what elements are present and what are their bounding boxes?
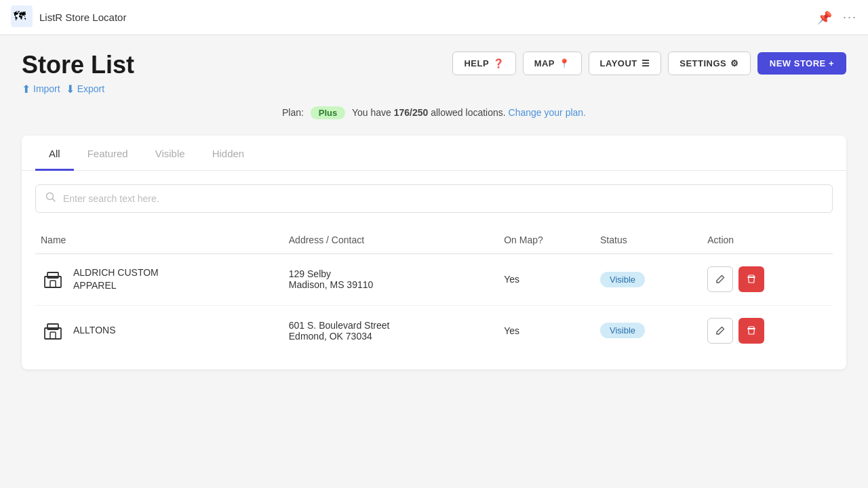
- app-title: ListR Store Locator: [39, 12, 126, 23]
- export-label: Export: [77, 83, 104, 94]
- plan-badge: Plus: [311, 106, 345, 119]
- store-status-cell: Visible: [595, 253, 702, 305]
- new-store-label: NEW STORE +: [770, 58, 834, 68]
- table-row: ALLTONS 601 S. Boulevard StreetEdmond, O…: [35, 305, 833, 356]
- more-options-icon[interactable]: ···: [843, 10, 857, 24]
- delete-icon: [747, 326, 756, 336]
- header-actions: ⬆ Import ⬇ Export: [22, 83, 134, 96]
- plan-label: Plan:: [282, 107, 304, 118]
- import-link[interactable]: ⬆ Import: [22, 83, 60, 96]
- store-list-card: All Featured Visible Hidden: [22, 136, 846, 369]
- edit-button[interactable]: [707, 318, 733, 344]
- map-icon: 📍: [559, 58, 570, 68]
- plan-bar: Plan: Plus You have 176/250 allowed loca…: [22, 106, 846, 119]
- change-plan-link[interactable]: Change your plan.: [509, 107, 586, 118]
- store-action-cell: [702, 305, 833, 356]
- main-content: Store List ⬆ Import ⬇ Export HELP ❓ MAP …: [0, 35, 868, 386]
- svg-line-3: [53, 199, 56, 201]
- action-buttons: [707, 318, 827, 344]
- search-box: [35, 184, 833, 213]
- edit-icon: [715, 274, 725, 284]
- plan-message-suffix: allowed locations.: [428, 107, 505, 118]
- tab-hidden[interactable]: Hidden: [199, 136, 258, 171]
- store-name-text: ALLTONS: [73, 324, 116, 338]
- table-body: ALDRICH CUSTOMAPPAREL 129 SelbyMadison, …: [35, 253, 833, 356]
- header-row: Store List ⬆ Import ⬇ Export HELP ❓ MAP …: [22, 52, 846, 96]
- col-on-map: On Map?: [498, 226, 595, 254]
- header-left: Store List ⬆ Import ⬇ Export: [22, 52, 134, 96]
- table-header: Name Address / Contact On Map? Status Ac…: [35, 226, 833, 254]
- svg-text:🗺: 🗺: [14, 9, 26, 23]
- col-address: Address / Contact: [283, 226, 498, 254]
- store-name-cell: ALLTONS: [35, 305, 283, 356]
- export-link[interactable]: ⬇ Export: [66, 83, 104, 96]
- edit-icon: [715, 326, 725, 336]
- search-icon: [45, 192, 56, 205]
- store-on-map-cell: Yes: [498, 253, 595, 305]
- settings-icon: ⚙: [730, 58, 739, 68]
- map-button[interactable]: MAP 📍: [523, 52, 582, 75]
- export-icon: ⬇: [66, 83, 75, 96]
- table-row: ALDRICH CUSTOMAPPAREL 129 SelbyMadison, …: [35, 253, 833, 305]
- status-badge: Visible: [600, 272, 645, 287]
- col-action: Action: [702, 226, 833, 254]
- tabs-bar: All Featured Visible Hidden: [22, 136, 846, 171]
- layout-icon: ☰: [642, 58, 650, 68]
- topbar: 🗺 ListR Store Locator 📌 ···: [0, 0, 868, 35]
- svg-rect-6: [50, 281, 56, 287]
- col-name: Name: [35, 226, 283, 254]
- plan-used: 176/250: [394, 107, 429, 118]
- tab-featured[interactable]: Featured: [74, 136, 142, 171]
- tab-visible[interactable]: Visible: [142, 136, 199, 171]
- store-address-cell: 601 S. Boulevard StreetEdmond, OK 73034: [283, 305, 498, 356]
- search-input[interactable]: [63, 193, 823, 204]
- layout-button[interactable]: LAYOUT ☰: [589, 52, 662, 75]
- tab-all[interactable]: All: [35, 136, 74, 171]
- table-container: Name Address / Contact On Map? Status Ac…: [22, 220, 846, 369]
- search-container: [22, 171, 846, 220]
- import-label: Import: [33, 83, 60, 94]
- store-name-text: ALDRICH CUSTOMAPPAREL: [73, 266, 159, 293]
- topbar-right: 📌 ···: [817, 10, 857, 25]
- store-icon: [41, 267, 65, 291]
- store-address-cell: 129 SelbyMadison, MS 39110: [283, 253, 498, 305]
- col-status: Status: [595, 226, 702, 254]
- status-badge: Visible: [600, 323, 645, 338]
- new-store-button[interactable]: NEW STORE +: [757, 52, 846, 75]
- settings-label: SETTINGS: [679, 58, 726, 68]
- map-label: MAP: [534, 58, 555, 68]
- import-icon: ⬆: [22, 83, 31, 96]
- svg-rect-11: [50, 332, 56, 339]
- plan-message-prefix: You have: [352, 107, 394, 118]
- edit-button[interactable]: [707, 266, 733, 292]
- help-label: HELP: [464, 58, 489, 68]
- pin-icon[interactable]: 📌: [817, 10, 832, 25]
- action-buttons: [707, 266, 827, 292]
- help-icon: ❓: [493, 58, 505, 68]
- stores-table: Name Address / Contact On Map? Status Ac…: [35, 226, 833, 356]
- help-button[interactable]: HELP ❓: [452, 52, 515, 75]
- topbar-left: 🗺 ListR Store Locator: [11, 5, 126, 29]
- store-on-map-cell: Yes: [498, 305, 595, 356]
- store-action-cell: [702, 253, 833, 305]
- delete-button[interactable]: [738, 266, 764, 292]
- app-logo-icon: 🗺: [11, 5, 33, 29]
- store-icon: [41, 319, 65, 343]
- store-name-cell: ALDRICH CUSTOMAPPAREL: [35, 253, 283, 305]
- header-buttons: HELP ❓ MAP 📍 LAYOUT ☰ SETTINGS ⚙ NEW STO…: [452, 52, 846, 75]
- layout-label: LAYOUT: [600, 58, 637, 68]
- page-title: Store List: [22, 52, 134, 79]
- delete-button[interactable]: [738, 318, 764, 344]
- settings-button[interactable]: SETTINGS ⚙: [668, 52, 751, 75]
- delete-icon: [747, 274, 756, 284]
- store-status-cell: Visible: [595, 305, 702, 356]
